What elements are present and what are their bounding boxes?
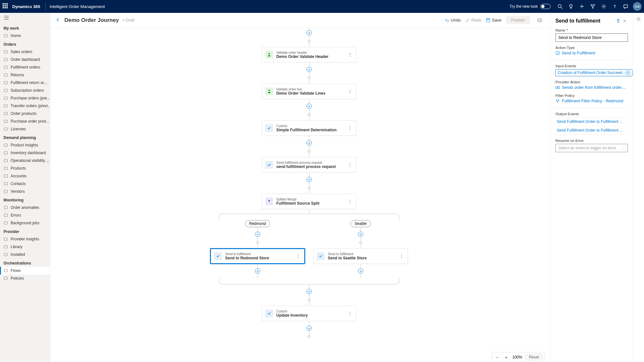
brand: Dynamics 365 — [12, 4, 40, 9]
svg-point-5 — [603, 6, 604, 7]
help-icon[interactable] — [609, 0, 620, 13]
svg-rect-7 — [624, 5, 628, 8]
app-launcher-icon[interactable] — [3, 3, 9, 10]
try-new-label: Try the new look — [509, 4, 538, 9]
toggle-icon[interactable] — [540, 4, 551, 9]
divider — [45, 3, 46, 10]
svg-line-1 — [561, 7, 562, 9]
svg-point-0 — [558, 5, 561, 8]
gear-icon[interactable] — [598, 0, 609, 13]
top-bar: Dynamics 365 Intelligent Order Managemen… — [0, 0, 644, 13]
search-icon[interactable] — [554, 0, 565, 13]
filter-icon[interactable] — [587, 0, 598, 13]
add-icon[interactable] — [576, 0, 587, 13]
try-new-look-toggle[interactable]: Try the new look — [509, 4, 551, 9]
message-icon[interactable] — [620, 0, 631, 13]
avatar[interactable]: GA — [633, 2, 641, 11]
app-name: Intelligent Order Management — [50, 4, 105, 9]
lightbulb-icon[interactable] — [565, 0, 576, 13]
svg-point-6 — [615, 8, 615, 8]
